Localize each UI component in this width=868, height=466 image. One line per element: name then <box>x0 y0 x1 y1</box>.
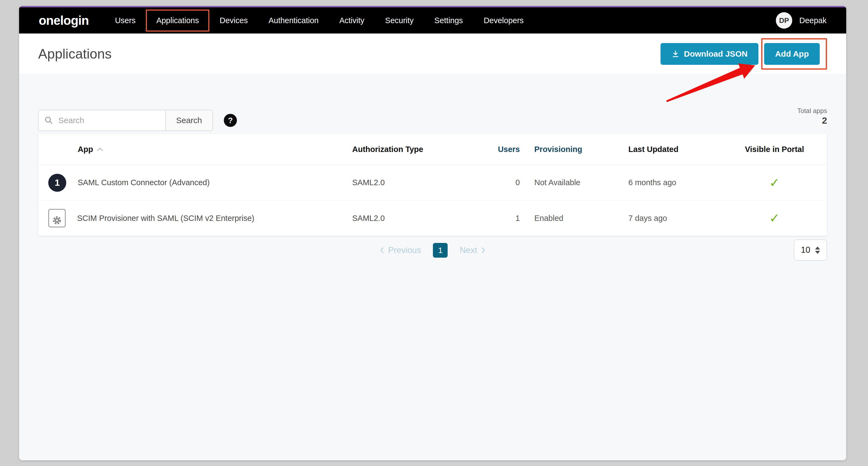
last-updated-cell: 6 months ago <box>614 178 734 187</box>
app-number-badge-icon: 1 <box>48 174 66 192</box>
total-apps: Total apps 2 <box>797 107 827 126</box>
nav-item-users[interactable]: Users <box>105 9 146 32</box>
search-box: Search <box>38 110 213 131</box>
applications-table: App Authorization Type Users Provisionin… <box>38 134 827 236</box>
page-header: Applications Download JSON Add App <box>19 33 846 74</box>
nav-item-activity[interactable]: Activity <box>329 9 375 32</box>
download-icon <box>672 50 680 58</box>
chevron-right-icon <box>481 247 486 254</box>
column-header-provisioning[interactable]: Provisioning <box>520 145 614 154</box>
app-name-link[interactable]: SAML Custom Connector (Advanced) <box>78 178 210 187</box>
search-icon <box>44 116 54 125</box>
table-row[interactable]: 1 SAML Custom Connector (Advanced) SAML2… <box>38 165 827 200</box>
next-page-button[interactable]: Next <box>460 245 486 255</box>
app-window: onelogin UsersApplicationsDevicesAuthent… <box>19 6 846 460</box>
page-size-value: 10 <box>801 245 810 255</box>
authorization-type-cell: SAML2.0 <box>352 214 489 223</box>
download-json-button[interactable]: Download JSON <box>660 43 758 65</box>
app-cell: SCIM Provisioner with SAML (SCIM v2 Ente… <box>38 209 352 227</box>
users-count-cell: 0 <box>489 178 520 187</box>
nav-item-developers[interactable]: Developers <box>473 9 534 32</box>
visible-check-icon: ✓ <box>769 211 780 226</box>
top-navbar: onelogin UsersApplicationsDevicesAuthent… <box>19 7 846 33</box>
visible-in-portal-cell: ✓ <box>734 176 829 189</box>
header-actions: Download JSON Add App <box>660 38 827 70</box>
toolbar: Search ? Total apps 2 <box>38 74 827 131</box>
user-menu[interactable]: DP Deepak <box>776 12 827 29</box>
chevron-left-icon <box>379 247 384 254</box>
previous-label: Previous <box>388 245 421 255</box>
next-label: Next <box>460 245 477 255</box>
table-body: 1 SAML Custom Connector (Advanced) SAML2… <box>38 165 827 236</box>
search-input-wrap <box>38 110 165 131</box>
column-header-app-label: App <box>78 145 93 154</box>
previous-page-button[interactable]: Previous <box>379 245 421 255</box>
desktop-background: { "nav": { "logo": "onelogin", "items": … <box>0 0 868 466</box>
provisioning-cell: Enabled <box>520 214 614 223</box>
nav-item-security[interactable]: Security <box>375 9 424 32</box>
nav-item-devices[interactable]: Devices <box>209 9 258 32</box>
column-header-authorization-type: Authorization Type <box>352 145 489 154</box>
column-header-app[interactable]: App <box>38 145 352 154</box>
provisioning-cell: Not Available <box>520 178 614 187</box>
app-window-gear-icon <box>48 209 66 227</box>
add-app-highlight-box: Add App <box>761 38 827 70</box>
page-title: Applications <box>38 46 112 62</box>
add-app-label: Add App <box>775 49 809 59</box>
search-input[interactable] <box>58 116 160 125</box>
nav-item-applications[interactable]: Applications <box>146 9 209 32</box>
help-icon[interactable]: ? <box>224 114 237 127</box>
table-row[interactable]: SCIM Provisioner with SAML (SCIM v2 Ente… <box>38 200 827 236</box>
app-cell: 1 SAML Custom Connector (Advanced) <box>38 174 352 192</box>
column-header-users[interactable]: Users <box>489 145 520 154</box>
nav-items: UsersApplicationsDevicesAuthenticationAc… <box>105 9 534 32</box>
nav-item-settings[interactable]: Settings <box>424 9 473 32</box>
table-header-row: App Authorization Type Users Provisionin… <box>38 134 827 165</box>
add-app-button[interactable]: Add App <box>764 43 820 65</box>
visible-check-icon: ✓ <box>769 175 780 190</box>
page-content: Search ? Total apps 2 App Authoriza <box>19 74 846 264</box>
download-json-label: Download JSON <box>684 49 747 59</box>
column-header-last-updated: Last Updated <box>614 145 734 154</box>
avatar[interactable]: DP <box>776 12 792 29</box>
spinner-arrows-icon <box>815 246 820 254</box>
pagination-row: Previous 1 Next 10 <box>38 243 827 264</box>
onelogin-logo[interactable]: onelogin <box>39 13 89 28</box>
visible-in-portal-cell: ✓ <box>734 212 829 225</box>
authorization-type-cell: SAML2.0 <box>352 178 489 187</box>
column-header-visible-in-portal: Visible in Portal <box>734 145 829 154</box>
last-updated-cell: 7 days ago <box>614 214 734 223</box>
app-name-link[interactable]: SCIM Provisioner with SAML (SCIM v2 Ente… <box>77 214 254 223</box>
page-size-select[interactable]: 10 <box>794 239 827 261</box>
search-button[interactable]: Search <box>165 110 213 131</box>
nav-item-authentication[interactable]: Authentication <box>258 9 329 32</box>
user-name: Deepak <box>799 16 827 25</box>
sort-ascending-icon <box>97 147 103 152</box>
total-apps-value: 2 <box>797 115 827 126</box>
users-count-cell: 1 <box>489 214 520 223</box>
total-apps-label: Total apps <box>797 107 827 115</box>
current-page-button[interactable]: 1 <box>433 243 447 258</box>
pagination: Previous 1 Next <box>38 243 827 258</box>
